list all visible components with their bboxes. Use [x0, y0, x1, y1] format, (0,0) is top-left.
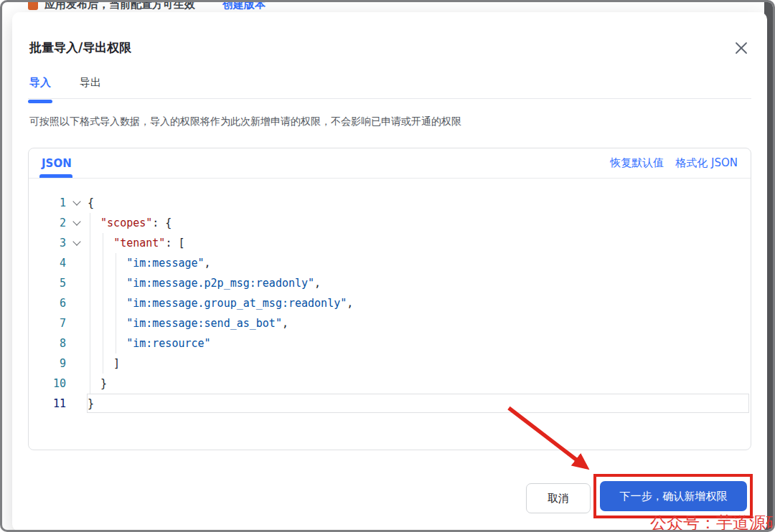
- publish-notice-row: 应用发布后，当前配置方可生效 创建版本: [28, 2, 266, 11]
- editor-tab-indicator: [39, 174, 72, 178]
- code-text: "im:message.group_at_msg:readonly",: [88, 293, 353, 313]
- publish-notice-text: 应用发布后，当前配置方可生效: [44, 2, 195, 11]
- code-text: "im:message:send_as_bot",: [88, 313, 288, 333]
- tab-import[interactable]: 导入: [29, 76, 51, 101]
- import-description: 可按照以下格式导入数据，导入的权限将作为此次新增申请的权限，不会影响已申请或开通…: [29, 115, 461, 128]
- fold-spacer: [66, 353, 88, 374]
- create-version-link[interactable]: 创建版本: [222, 2, 266, 11]
- json-editor: JSON 恢复默认值 格式化 JSON 1{2 "scopes": {3 "te…: [28, 148, 751, 450]
- close-icon: [734, 41, 748, 55]
- modal-title: 批量导入/导出权限: [29, 39, 131, 56]
- code-text: "im:resource": [88, 333, 211, 353]
- code-line[interactable]: 7 "im:message:send_as_bot",: [29, 313, 751, 333]
- warning-icon: [28, 2, 38, 10]
- code-text: "scopes": {: [88, 213, 172, 233]
- line-number: 6: [29, 293, 66, 313]
- code-text: }: [88, 394, 94, 414]
- code-line[interactable]: 5 "im:message.p2p_msg:readonly",: [29, 273, 751, 293]
- code-line[interactable]: 3 "tenant": [: [29, 233, 751, 253]
- batch-permission-modal: 批量导入/导出权限 导入 导出 可按照以下格式导入数据，导入的权限将作为此次新增…: [12, 12, 767, 531]
- code-line[interactable]: 6 "im:message.group_at_msg:readonly",: [29, 293, 751, 313]
- line-number: 3: [29, 233, 66, 253]
- active-tab-indicator: [28, 100, 52, 103]
- code-text: "im:message",: [88, 253, 211, 273]
- format-json-link[interactable]: 格式化 JSON: [675, 156, 738, 170]
- line-number: 11: [29, 394, 66, 414]
- line-number: 9: [29, 353, 66, 374]
- fold-spacer: [66, 374, 88, 394]
- line-number: 4: [29, 253, 66, 273]
- screenshot-frame: 应用发布后，当前配置方可生效 创建版本 批量导入/导出权限 导入 导出 可按照以…: [0, 0, 775, 532]
- line-number: 10: [29, 374, 66, 394]
- fold-spacer: [66, 333, 88, 353]
- code-line[interactable]: 10 }: [29, 374, 751, 394]
- import-export-tabs: 导入 导出: [29, 76, 101, 101]
- tab-export[interactable]: 导出: [80, 76, 101, 101]
- code-line[interactable]: 2 "scopes": {: [29, 213, 751, 233]
- code-line[interactable]: 4 "im:message",: [29, 253, 751, 273]
- code-text: "im:message.p2p_msg:readonly",: [88, 273, 321, 293]
- code-text: }: [88, 374, 107, 394]
- close-button[interactable]: [733, 39, 750, 57]
- line-number: 8: [29, 333, 66, 353]
- cancel-button[interactable]: 取消: [526, 483, 591, 513]
- editor-actions: 恢复默认值 格式化 JSON: [610, 156, 738, 170]
- code-lines[interactable]: 1{2 "scopes": {3 "tenant": [4 "im:messag…: [29, 179, 751, 450]
- line-number: 2: [29, 213, 66, 233]
- line-number: 5: [29, 273, 66, 293]
- code-line[interactable]: 1{: [29, 193, 751, 213]
- line-number: 1: [29, 193, 66, 213]
- code-line[interactable]: 11}: [29, 394, 751, 414]
- editor-header: JSON 恢复默认值 格式化 JSON: [29, 148, 751, 179]
- editor-tab-json[interactable]: JSON: [42, 148, 72, 178]
- fold-spacer: [66, 394, 88, 414]
- fold-chevron-icon[interactable]: [66, 213, 88, 233]
- next-step-confirm-button[interactable]: 下一步，确认新增权限: [600, 481, 747, 511]
- tab-export-label: 导出: [80, 76, 101, 89]
- code-text: {: [88, 193, 94, 213]
- line-number: 7: [29, 313, 66, 333]
- tab-import-label: 导入: [29, 76, 51, 89]
- code-text: ]: [88, 353, 120, 374]
- fold-spacer: [66, 253, 88, 273]
- tabs-divider: [28, 98, 751, 99]
- fold-chevron-icon[interactable]: [66, 193, 88, 213]
- code-line[interactable]: 8 "im:resource": [29, 333, 751, 353]
- fold-spacer: [66, 313, 88, 333]
- restore-default-link[interactable]: 恢复默认值: [610, 156, 664, 170]
- fold-spacer: [66, 293, 88, 313]
- editor-tab-json-label: JSON: [42, 157, 72, 170]
- code-text: "tenant": [: [88, 233, 184, 253]
- fold-chevron-icon[interactable]: [66, 233, 88, 253]
- code-line[interactable]: 9 ]: [29, 353, 751, 374]
- fold-spacer: [66, 273, 88, 293]
